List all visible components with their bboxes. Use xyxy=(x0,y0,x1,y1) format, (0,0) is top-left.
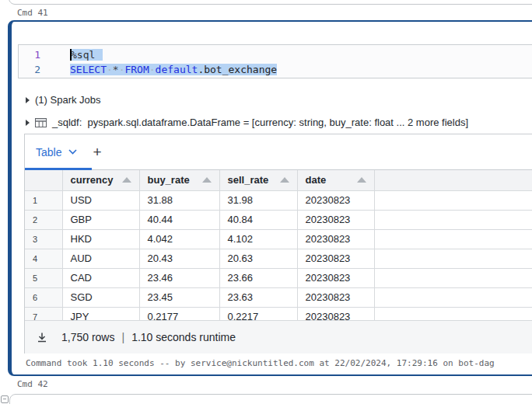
dataframe-table-icon xyxy=(35,118,47,127)
table-cell: 20.63 xyxy=(219,249,297,268)
line-number: 1 xyxy=(19,47,40,62)
sort-icon[interactable] xyxy=(122,177,131,183)
row-number: 5 xyxy=(25,268,62,287)
active-tab-indicator xyxy=(25,168,92,170)
table-cell: 23.63 xyxy=(219,287,297,307)
table-cell: USD xyxy=(62,190,139,210)
row-number: 2 xyxy=(25,210,62,229)
results-tab-bar: Table + xyxy=(25,134,532,170)
table-cell: 20230823 xyxy=(297,268,374,287)
previous-cell-partial[interactable] xyxy=(9,0,532,5)
code-token: .bot_exchange xyxy=(198,64,277,75)
table-cell: 31.88 xyxy=(139,190,219,210)
filler-cell xyxy=(374,268,532,287)
expand-triangle-icon xyxy=(26,97,30,103)
table-cell: 23.46 xyxy=(139,268,219,287)
table-cell: 20230823 xyxy=(297,190,374,210)
sort-icon[interactable] xyxy=(202,177,212,183)
table-cell: JPY xyxy=(62,307,139,320)
filler-cell xyxy=(374,249,532,268)
filler-cell xyxy=(374,190,532,210)
download-icon[interactable] xyxy=(36,331,48,343)
sqldf-label: _sqldf: pyspark.sql.dataframe.DataFrame … xyxy=(52,117,468,128)
notebook-area: Cmd 41 1%sql2SELECT·*·FROM·default.bot_e… xyxy=(0,0,532,404)
table-row: 4AUD20.4320.6320230823 xyxy=(25,249,532,268)
table-row: 1USD31.8831.9820230823 xyxy=(25,190,532,210)
column-header-sell_rate[interactable]: sell_rate xyxy=(219,170,297,190)
sort-icon[interactable] xyxy=(357,177,366,183)
code-token: SELECT xyxy=(70,64,107,75)
table-cell: 20230823 xyxy=(297,229,374,249)
line-number: 2 xyxy=(19,62,40,77)
table-row: 3HKD4.0424.10220230823 xyxy=(25,229,532,249)
table-cell: 0.2217 xyxy=(219,307,297,320)
add-visualization-button[interactable]: + xyxy=(93,145,101,159)
filler-cell xyxy=(374,210,532,229)
column-header-label: currency xyxy=(71,174,114,186)
table-row: 5CAD23.4623.6620230823 xyxy=(25,268,532,287)
code-token: * xyxy=(113,64,119,75)
command-status-line: Command took 1.10 seconds -- by service@… xyxy=(26,358,495,368)
results-table-wrap: currencybuy_ratesell_ratedate 1USD31.883… xyxy=(25,170,532,320)
row-number: 3 xyxy=(25,229,62,249)
table-cell: 20230823 xyxy=(297,307,374,320)
row-number: 6 xyxy=(25,287,62,307)
row-number: 4 xyxy=(25,249,62,268)
code-token: %sql xyxy=(71,49,95,61)
column-header-date[interactable]: date xyxy=(297,170,374,190)
tab-table[interactable]: Table xyxy=(36,146,61,158)
spark-jobs-row[interactable]: (1) Spark Jobs xyxy=(26,94,101,106)
footer-separator: | xyxy=(121,331,124,343)
table-cell: HKD xyxy=(62,229,139,249)
code-line[interactable]: 1%sql xyxy=(19,47,532,62)
row-number: 1 xyxy=(25,190,62,210)
runtime-text: 1.10 seconds runtime xyxy=(131,331,236,343)
column-header-buy_rate[interactable]: buy_rate xyxy=(139,170,219,190)
filler-cell xyxy=(374,307,532,320)
expand-triangle-icon xyxy=(26,120,30,126)
table-cell: 23.45 xyxy=(139,287,219,307)
code-token: · xyxy=(107,64,113,75)
code-token: default xyxy=(156,64,198,75)
filler-cell xyxy=(374,229,532,249)
code-line-text: %sql xyxy=(40,47,103,62)
table-cell: 20230823 xyxy=(297,210,374,229)
chevron-down-icon[interactable] xyxy=(68,149,77,155)
table-cell: 0.2177 xyxy=(139,307,219,320)
row-number: 7 xyxy=(25,307,62,320)
notebook-cell-41[interactable]: 1%sql2SELECT·*·FROM·default.bot_exchange… xyxy=(8,20,532,376)
code-token: FROM xyxy=(124,64,149,75)
table-cell: 20230823 xyxy=(297,249,374,268)
column-header-label: sell_rate xyxy=(228,174,269,186)
results-table: currencybuy_ratesell_ratedate 1USD31.883… xyxy=(25,170,532,320)
table-cell: 4.102 xyxy=(219,229,297,249)
row-count: 1,750 rows xyxy=(61,331,114,343)
code-editor[interactable]: 1%sql2SELECT·*·FROM·default.bot_exchange xyxy=(18,44,532,78)
table-row: 7JPY0.21770.221720230823 xyxy=(25,307,532,320)
column-header-currency[interactable]: currency xyxy=(62,170,139,190)
text-cursor xyxy=(70,49,72,61)
spark-jobs-label: (1) Spark Jobs xyxy=(35,94,101,106)
row-number-header xyxy=(25,170,62,190)
table-cell: 20230823 xyxy=(297,287,374,307)
filler-header xyxy=(374,170,532,190)
column-header-label: date xyxy=(306,174,327,186)
table-cell: 40.84 xyxy=(219,210,297,229)
table-cell: 31.98 xyxy=(219,190,297,210)
code-line-text: SELECT·*·FROM·default.bot_exchange xyxy=(40,62,277,77)
table-row: 2GBP40.4440.8420230823 xyxy=(25,210,532,229)
cmd-42-label: Cmd 42 xyxy=(17,379,48,389)
code-line[interactable]: 2SELECT·*·FROM·default.bot_exchange xyxy=(19,62,532,77)
collapse-cell-icon[interactable] xyxy=(1,395,9,403)
next-cell-partial[interactable] xyxy=(9,394,532,404)
sqldf-row[interactable]: _sqldf: pyspark.sql.dataframe.DataFrame … xyxy=(26,117,468,128)
table-cell: AUD xyxy=(62,249,139,268)
table-cell: GBP xyxy=(62,210,139,229)
sort-icon[interactable] xyxy=(280,177,289,183)
results-panel: Table + currencybuy_ratesell_ratedate 1U… xyxy=(24,134,532,354)
column-header-label: buy_rate xyxy=(148,174,190,186)
table-cell: SGD xyxy=(62,287,139,307)
table-cell: 40.44 xyxy=(139,210,219,229)
table-cell: 4.042 xyxy=(139,229,219,249)
filler-cell xyxy=(374,287,532,307)
